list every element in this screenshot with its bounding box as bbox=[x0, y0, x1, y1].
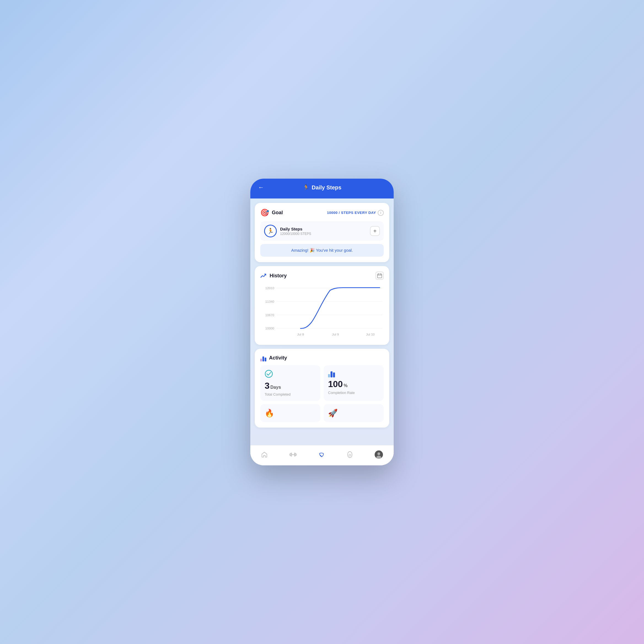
completion-rate-value: 100 % bbox=[328, 380, 379, 388]
steps-emoji: 🏃 bbox=[267, 228, 274, 234]
total-completed-label: Total Completed bbox=[265, 392, 316, 396]
svg-text:11340: 11340 bbox=[265, 300, 274, 303]
rocket-icon: 🚀 bbox=[328, 409, 379, 418]
goal-value: 10000 / STEPS EVERY DAY bbox=[327, 211, 376, 215]
goal-info: 10000 / STEPS EVERY DAY i bbox=[327, 210, 384, 216]
activity-grid: 3 Days Total Completed bbox=[260, 365, 384, 422]
svg-text:Jul 9: Jul 9 bbox=[332, 332, 339, 336]
phone-container: ← 🏃 Daily Steps 🎯 Goal 10000 / STEPS EVE… bbox=[250, 179, 394, 465]
page-title: Daily Steps bbox=[312, 184, 342, 191]
add-steps-button[interactable]: + bbox=[370, 226, 380, 236]
scroll-content: 🎯 Goal 10000 / STEPS EVERY DAY i 🏃 Daily… bbox=[250, 198, 394, 445]
completion-rate-number: 100 bbox=[328, 380, 343, 388]
profile-avatar bbox=[375, 450, 383, 459]
leaf-icon bbox=[318, 451, 325, 458]
goal-title-group: 🎯 Goal bbox=[260, 208, 283, 217]
nav-food[interactable] bbox=[344, 450, 356, 459]
nav-gym[interactable] bbox=[286, 450, 300, 459]
activity-header: Activity bbox=[260, 354, 384, 361]
history-card: History 12010 11340 10670 bbox=[255, 266, 389, 345]
goal-card: 🎯 Goal 10000 / STEPS EVERY DAY i 🏃 Daily… bbox=[255, 203, 389, 262]
activity-label: Activity bbox=[269, 355, 287, 361]
goal-label: Goal bbox=[272, 210, 283, 216]
history-label: History bbox=[270, 273, 287, 279]
history-title-group: History bbox=[260, 273, 287, 279]
fire-icon: 🔥 bbox=[265, 409, 316, 418]
completion-rate-item: 100 % Completion Rate bbox=[324, 365, 384, 401]
completion-rate-unit: % bbox=[344, 383, 347, 388]
goal-banner: Amazing! 🎉 You've hit your goal. bbox=[260, 244, 384, 257]
title-emoji: 🏃 bbox=[303, 184, 310, 191]
gym-icon bbox=[289, 452, 297, 458]
steps-info: Daily Steps 12000/10000 STEPS bbox=[280, 227, 311, 236]
completion-rate-label: Completion Rate bbox=[328, 391, 379, 395]
activity-card: Activity 3 Days Total Completed bbox=[255, 349, 389, 428]
total-completed-number: 3 bbox=[265, 381, 270, 390]
svg-text:Jul 8: Jul 8 bbox=[297, 332, 304, 336]
steps-row: 🏃 Daily Steps 12000/10000 STEPS + bbox=[260, 221, 384, 241]
steps-count: 12000/10000 STEPS bbox=[280, 232, 311, 236]
chart-area: 12010 11340 10670 10000 Jul 8 Jul 9 bbox=[260, 284, 384, 339]
activity-bar-icon bbox=[260, 354, 266, 361]
total-completed-item: 3 Days Total Completed bbox=[260, 365, 320, 401]
nav-home[interactable] bbox=[258, 450, 271, 459]
steps-left: 🏃 Daily Steps 12000/10000 STEPS bbox=[264, 225, 311, 237]
total-completed-unit: Days bbox=[270, 385, 281, 390]
steps-avatar: 🏃 bbox=[264, 225, 277, 237]
header: ← 🏃 Daily Steps bbox=[250, 179, 394, 198]
bottom-nav bbox=[250, 445, 394, 465]
svg-text:12010: 12010 bbox=[265, 286, 274, 290]
steps-name: Daily Steps bbox=[280, 227, 311, 231]
nav-nutrition[interactable] bbox=[315, 450, 328, 459]
svg-point-15 bbox=[265, 370, 272, 377]
history-chart: 12010 11340 10670 10000 Jul 8 Jul 9 bbox=[260, 284, 384, 339]
header-title: 🏃 Daily Steps bbox=[303, 184, 342, 191]
calendar-button[interactable] bbox=[375, 272, 384, 280]
history-header: History bbox=[260, 272, 384, 280]
svg-text:Jul 10: Jul 10 bbox=[366, 332, 375, 336]
svg-text:10000: 10000 bbox=[265, 326, 274, 330]
checkmark-icon bbox=[265, 370, 316, 379]
svg-point-22 bbox=[349, 454, 351, 456]
total-completed-value: 3 Days bbox=[265, 381, 316, 390]
svg-point-24 bbox=[377, 452, 380, 455]
home-icon bbox=[261, 451, 268, 458]
goal-header: 🎯 Goal 10000 / STEPS EVERY DAY i bbox=[260, 208, 384, 217]
completion-bar-icon bbox=[328, 370, 379, 377]
fire-item: 🔥 bbox=[260, 404, 320, 422]
svg-text:10670: 10670 bbox=[265, 313, 274, 317]
trend-icon bbox=[260, 273, 267, 278]
goal-icon: 🎯 bbox=[260, 208, 269, 217]
rocket-item: 🚀 bbox=[324, 404, 384, 422]
back-button[interactable]: ← bbox=[258, 184, 264, 191]
avocado-icon bbox=[347, 451, 353, 458]
svg-rect-0 bbox=[377, 274, 382, 278]
nav-profile[interactable] bbox=[371, 449, 386, 460]
info-icon[interactable]: i bbox=[378, 210, 384, 216]
